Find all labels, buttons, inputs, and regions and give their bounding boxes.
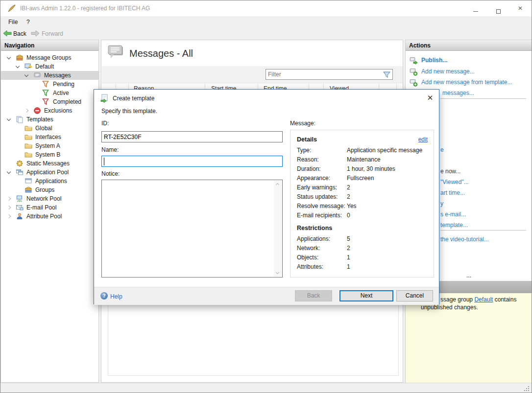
dialog-close-button[interactable]: ✕: [424, 92, 436, 103]
action-fragment[interactable]: art time...: [440, 189, 465, 196]
filter-box: [266, 69, 393, 80]
detail-label: Type:: [297, 147, 311, 154]
edit-link[interactable]: edit: [418, 136, 428, 143]
action-label: Add new message...: [421, 68, 475, 75]
restriction-value: 2: [347, 245, 350, 252]
minimize-button[interactable]: [468, 3, 483, 13]
funnel-icon[interactable]: [383, 71, 390, 78]
box-stack-icon: [16, 54, 24, 62]
restriction-value: 1: [347, 254, 350, 261]
action-add-new-message[interactable]: Add new message...: [406, 68, 532, 76]
tree-item-network-pool[interactable]: Network Pool: [1, 194, 98, 203]
scroll-down-icon[interactable]: [276, 271, 279, 274]
action-fragment[interactable]: template...: [440, 222, 468, 229]
chevron-right-icon[interactable]: [7, 214, 11, 218]
action-fragment[interactable]: s e-mail...: [440, 211, 466, 218]
back-button[interactable]: Back: [13, 30, 26, 37]
default-link[interactable]: Default: [474, 296, 493, 303]
cancel-button[interactable]: Cancel: [396, 290, 433, 301]
tree-item-system-b[interactable]: System B: [1, 150, 98, 159]
tree-item-pending[interactable]: Pending: [1, 80, 98, 89]
id-field[interactable]: [101, 131, 283, 142]
notification-panel: ssage group Default contains unpublished…: [406, 293, 532, 383]
action-label: Publish...: [421, 57, 447, 64]
tree-item-label: Groups: [35, 186, 54, 193]
tree-item-message-groups[interactable]: Message Groups: [1, 53, 98, 62]
chevron-down-icon[interactable]: [7, 117, 11, 121]
maximize-button[interactable]: [491, 3, 506, 13]
detail-value: Application specific message: [347, 147, 422, 154]
app-logo-icon: [7, 4, 16, 13]
detail-label: Status updates:: [297, 193, 338, 200]
maximize-icon: [496, 9, 501, 14]
id-label: ID:: [101, 120, 109, 127]
chevron-down-icon[interactable]: [16, 64, 20, 68]
menu-help[interactable]: ?: [26, 19, 30, 25]
tree-item-completed[interactable]: Completed: [1, 97, 98, 106]
tree-item-label: System A: [35, 142, 60, 149]
chevron-down-icon[interactable]: [7, 170, 11, 174]
chevron-right-icon[interactable]: [7, 197, 11, 201]
tree-item-label: Global: [35, 125, 52, 132]
action-fragment[interactable]: e: [440, 146, 444, 153]
tree-item-label: Active: [53, 90, 69, 96]
tree-item-label: E-mail Pool: [26, 204, 56, 211]
page-title: Messages - All: [129, 48, 193, 59]
action-fragment[interactable]: "Viewed"...: [440, 179, 469, 185]
tree-item-interfaces[interactable]: Interfaces: [1, 133, 98, 141]
filter-input[interactable]: [268, 70, 378, 78]
tree-item-label: Applications: [35, 178, 67, 185]
tree-item-exclusions[interactable]: Exclusions: [1, 106, 98, 115]
tree-item-applications[interactable]: Applications: [1, 177, 98, 185]
restriction-value: 5: [347, 235, 350, 242]
name-field[interactable]: [101, 156, 283, 167]
dialog-footer: ? Help Back Next Cancel: [94, 287, 439, 305]
action-fragment[interactable]: y: [440, 200, 443, 207]
tree-item-static-messages[interactable]: Static Messages: [1, 159, 98, 168]
tree-item-default[interactable]: Default: [1, 62, 98, 71]
notice-field[interactable]: [101, 180, 283, 277]
chevron-down-icon[interactable]: [24, 73, 28, 77]
restriction-label: Applications:: [297, 235, 330, 242]
navigation-header: Navigation: [1, 40, 98, 51]
forward-arrow-icon: [31, 30, 40, 37]
forward-button[interactable]: Forward: [42, 30, 63, 37]
chevron-down-icon[interactable]: [7, 55, 11, 59]
next-button[interactable]: Next: [339, 290, 393, 301]
close-button[interactable]: ✕: [513, 3, 528, 13]
tree-item-attribute-pool[interactable]: Attribute Pool: [1, 212, 98, 221]
tree-item-messages[interactable]: Messages: [1, 71, 98, 80]
text-caret: [104, 158, 104, 165]
resize-grip[interactable]: [528, 390, 529, 391]
tree-item-application-pool[interactable]: Application Pool: [1, 168, 98, 177]
back-dialog-button[interactable]: Back: [295, 290, 332, 301]
chevron-right-icon[interactable]: [24, 109, 28, 113]
monitor-warning-icon: [24, 63, 32, 70]
folder-icon: [24, 124, 32, 132]
scroll-up-icon[interactable]: [276, 183, 279, 186]
help-link[interactable]: Help: [110, 293, 122, 300]
tree-item-active[interactable]: Active: [1, 89, 98, 97]
folder-icon: [24, 151, 32, 159]
message-label: Message:: [290, 120, 315, 127]
tree-item-email-pool[interactable]: E-mail Pool: [1, 203, 98, 212]
overflow-ellipsis[interactable]: ...: [466, 272, 471, 279]
action-fragment[interactable]: the video-tutorial...: [440, 236, 489, 243]
tree-item-groups[interactable]: Groups: [1, 185, 98, 194]
tree-item-system-a[interactable]: System A: [1, 141, 98, 150]
exclusion-icon: [33, 107, 41, 115]
chevron-right-icon[interactable]: [7, 206, 11, 209]
tree-item-templates[interactable]: Templates: [1, 115, 98, 124]
action-publish[interactable]: Publish...: [406, 56, 532, 65]
tree-item-global[interactable]: Global: [1, 124, 98, 133]
folder-icon: [24, 133, 32, 141]
action-add-message-from-template[interactable]: Add new message from template...: [406, 78, 532, 87]
action-fragment[interactable]: e now...: [440, 168, 460, 175]
menu-file[interactable]: File: [8, 19, 18, 25]
close-icon: ✕: [518, 5, 523, 12]
detail-value: 2: [347, 184, 350, 191]
action-label: Add new message from template...: [421, 79, 512, 86]
scrollbar[interactable]: [274, 181, 282, 277]
message-bubble-icon: [33, 71, 41, 79]
navigation-panel: Navigation Message Groups Default Messag…: [0, 40, 99, 383]
